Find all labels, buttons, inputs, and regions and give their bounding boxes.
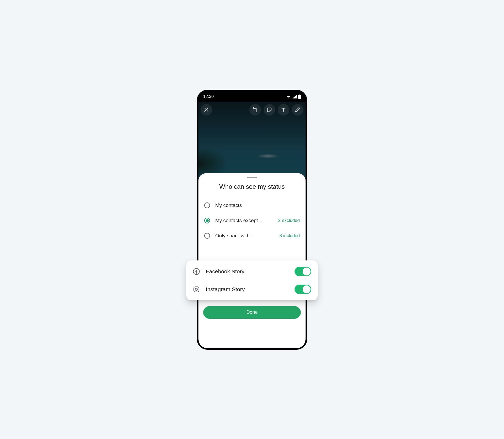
- sticker-icon: [266, 107, 272, 113]
- status-bar: 12:30: [198, 91, 306, 102]
- facebook-toggle[interactable]: [295, 267, 311, 276]
- option-hint: 2 excluded: [278, 218, 300, 223]
- option-label: My contacts: [215, 202, 300, 208]
- draw-button[interactable]: [292, 104, 303, 116]
- radio-checked-icon: [204, 218, 210, 223]
- status-indicators: [286, 95, 301, 99]
- share-facebook-row[interactable]: Facebook Story: [193, 263, 311, 280]
- share-label: Instagram Story: [206, 286, 289, 292]
- phone-frame: 12:30: [197, 90, 307, 350]
- facebook-icon: [193, 268, 200, 275]
- status-time: 12:30: [203, 94, 214, 99]
- option-my-contacts-except[interactable]: My contacts except... 2 excluded: [198, 213, 306, 228]
- canvas: 12:30: [94, 82, 410, 357]
- option-my-contacts[interactable]: My contacts: [198, 198, 306, 213]
- text-icon: [281, 107, 286, 113]
- cross-post-card: Facebook Story Instagram Story: [186, 260, 318, 300]
- share-instagram-row[interactable]: Instagram Story: [193, 280, 311, 298]
- svg-point-4: [195, 288, 198, 291]
- svg-point-5: [198, 288, 198, 288]
- sticker-button[interactable]: [264, 104, 275, 116]
- done-button[interactable]: Done: [203, 306, 301, 319]
- text-button[interactable]: [278, 104, 289, 116]
- signal-icon: [292, 95, 297, 98]
- battery-icon: [298, 95, 301, 99]
- option-label: My contacts except...: [215, 218, 273, 223]
- svg-rect-1: [299, 95, 300, 95]
- crop-rotate-button[interactable]: [249, 104, 261, 116]
- done-button-label: Done: [246, 310, 258, 315]
- crop-rotate-icon: [252, 107, 258, 113]
- pencil-icon: [295, 107, 300, 112]
- option-label: Only share with...: [215, 233, 274, 239]
- close-button[interactable]: [201, 104, 212, 116]
- radio-unchecked-icon: [204, 233, 210, 239]
- instagram-icon: [193, 286, 200, 293]
- option-only-share-with[interactable]: Only share with... 8 included: [198, 228, 306, 243]
- sheet-grabber[interactable]: [247, 177, 257, 178]
- close-icon: [203, 107, 209, 113]
- screen: Who can see my status My contacts My con…: [198, 102, 306, 348]
- svg-rect-0: [298, 95, 301, 99]
- editor-toolbar: [201, 104, 303, 116]
- share-label: Facebook Story: [206, 268, 289, 275]
- instagram-toggle[interactable]: [295, 285, 311, 294]
- option-hint: 8 included: [279, 233, 300, 238]
- sheet-title: Who can see my status: [198, 183, 306, 190]
- radio-unchecked-icon: [204, 202, 210, 208]
- wifi-icon: [286, 95, 291, 98]
